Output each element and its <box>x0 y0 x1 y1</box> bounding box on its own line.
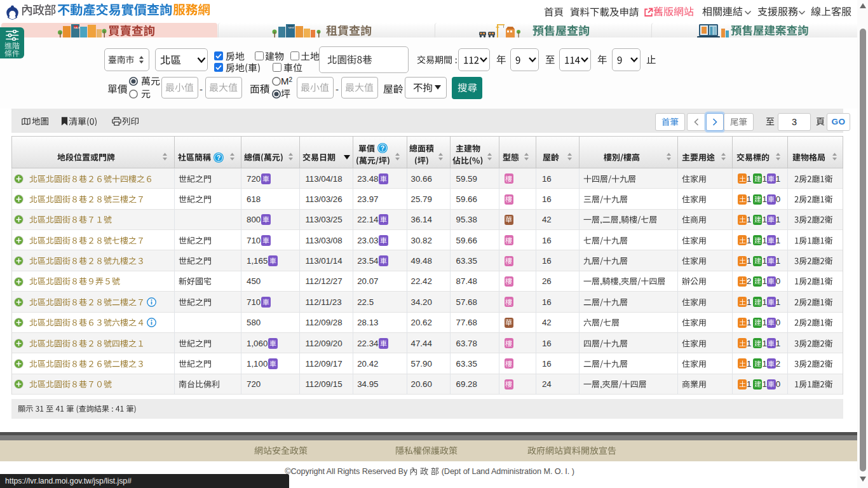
svg-text:?: ? <box>381 144 384 152</box>
svg-text:NEW: NEW <box>288 26 295 29</box>
svg-text:SALE: SALE <box>74 26 81 29</box>
svg-text:?: ? <box>217 153 220 161</box>
